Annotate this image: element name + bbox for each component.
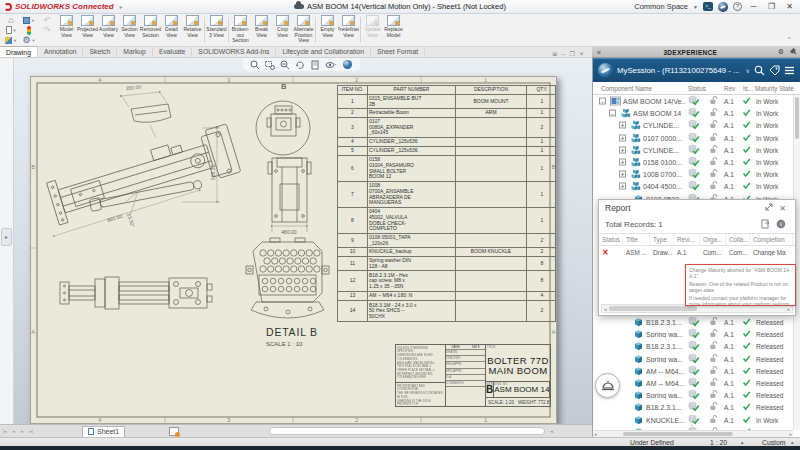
close-button[interactable]: ✕ [783,1,796,13]
tree-row-cylinde[interactable]: +CYLINDE...A.1In Work [593,144,793,156]
ribbon-button-projected-view[interactable]: Projected View [77,14,98,46]
last-sheet-icon[interactable]: ▸| [27,428,36,434]
tree-row-b18-2-3-1[interactable]: B18.2.3.1...A.1Released [593,401,793,413]
graphics-area[interactable]: 4 3 2 1 4 3 2 1 B A B A [14,58,592,424]
report-close-icon[interactable]: ✕ [776,204,789,213]
prev-sheet-icon[interactable]: ◂ [9,428,18,434]
space-selector[interactable]: Common Space [634,2,688,11]
scroll-right-icon[interactable]: ▸ [785,306,792,312]
view-settings-icon[interactable] [342,59,353,70]
session-dropdown-icon[interactable]: ∨ [746,67,750,74]
tree-row-spring-wa[interactable]: Spring wa...A.1Released [593,353,793,365]
tab-evaluate[interactable]: Evaluate [153,46,192,57]
search-icon[interactable] [754,65,765,76]
sheet-properties-icon[interactable] [310,60,320,70]
zoom-fit-icon[interactable] [250,60,260,70]
session-label[interactable]: MySession - (R1132100275649 - ... [617,66,742,75]
ribbon-button-auxiliary-view[interactable]: Auxiliary View [98,14,119,46]
new-document-button[interactable]: ▼ [6,26,17,35]
export-icon[interactable] [758,219,773,231]
ribbon-button-predefined-view[interactable]: Predefined View [338,14,359,46]
tree-row-b18-2-3-1[interactable]: B18.2.3.1...A.1Released [593,316,793,328]
tab-solidworks-add-ins[interactable]: SOLIDWORKS Add-Ins [192,46,276,57]
tree-row-spring-wa[interactable]: Spring wa...A.1Released [593,328,793,340]
feature-manager-expand-button[interactable]: ▸ [1,228,12,246]
hide-show-items-icon[interactable] [325,60,337,70]
zoom-in-out-icon[interactable] [280,60,290,70]
ribbon-button-crop-view[interactable]: Crop View [272,14,293,46]
report-row[interactable]: ✕ASM ...Draw...A.1Com...Com...Change Ma [599,246,795,259]
tab-sheet-format[interactable]: Sheet Format [371,46,425,57]
tab-drawing[interactable]: Drawing [0,46,38,57]
tree-row-cylinde[interactable]: +CYLINDE...A.1In Work [593,119,793,131]
compass-icon[interactable] [718,2,728,12]
tree-row-1008-0700[interactable]: +1008 0700...A.1In Work [593,168,793,180]
ribbon-button-alternate-position-view[interactable]: Alternate Position View [293,14,314,46]
tree-row-am-m64[interactable]: AM -- M64...A.1Released [593,377,793,389]
restore-button[interactable]: ❐ [765,1,778,13]
scroll-left-icon[interactable]: ◂ [550,428,553,434]
options-button[interactable]: ⚙▼ [22,36,35,45]
tree-row-0107-0000[interactable]: +0107 0000...A.1In Work [593,132,793,144]
tree-hscrollbar[interactable]: ◂ ▸ [593,430,793,437]
ribbon-button-empty-view[interactable]: Empty View [317,14,338,46]
doc-cascade-icon[interactable]: ⊞ [552,50,557,57]
gear-icon[interactable]: ⚙ [775,48,787,56]
chevron-down-icon[interactable]: ▼ [693,4,698,10]
tree-row-0404-4500[interactable]: +0404 4500...A.1In Work [593,180,793,192]
tree-row-asm-boom-14[interactable]: -ASM BOOM 14A.1In Work [593,107,793,119]
doc-minimize-icon[interactable]: ─ [561,51,565,57]
redo-button[interactable]: ↷ [43,26,51,35]
rebuild-button[interactable] [27,26,31,35]
expander-icon[interactable]: + [619,134,626,141]
expander-icon[interactable]: + [619,146,626,153]
scroll-left-icon[interactable]: ◂ [602,306,609,312]
tree-row-asm-boom-14-ve[interactable]: -ASM BOOM 14(Ve...A.1In Work [593,95,793,107]
panel-collapse-icon[interactable]: « [592,49,606,56]
expander-icon[interactable]: + [619,183,626,190]
tab-markup[interactable]: Markup [117,46,153,57]
rotate-view-icon[interactable] [295,60,305,70]
zoom-to-area-icon[interactable] [265,60,275,70]
next-sheet-icon[interactable]: ▸ [18,428,27,434]
add-sheet-button[interactable] [169,427,179,436]
home-button[interactable]: ⌂ [8,16,13,25]
first-sheet-icon[interactable]: |◂ [0,428,9,434]
tab-sketch[interactable]: Sketch [83,46,117,57]
drawing-sheet[interactable]: 4 3 2 1 4 3 2 1 B A B A [30,76,557,424]
graphics-hscrollbar[interactable] [269,427,545,435]
info-icon[interactable]: i [773,219,789,231]
help-icon[interactable]: ? [733,2,742,11]
ribbon-button-broken-out-section[interactable]: Broken-out Section [230,14,251,46]
appearance-button[interactable]: ▼ [5,36,17,45]
ribbon-button-removed-section[interactable]: Removed Section [140,14,161,46]
tree-row-am-m64[interactable]: AM -- M64...A.1Released [593,365,793,377]
tree-row-spring-wa[interactable]: Spring wa...A.1Released [593,389,793,401]
report-expand-icon[interactable] [762,203,776,213]
tab-annotation[interactable]: Annotation [38,46,84,57]
tree-row-0158-0100[interactable]: +0158 0100...A.1In Work [593,156,793,168]
assistant-badge[interactable] [595,373,620,398]
tree-collapse-icon[interactable]: ⌃ [689,423,694,430]
tab-lifecycle-and-collaboration[interactable]: Lifecycle and Collaboration [276,46,371,57]
ribbon-button-detail-view[interactable]: Detail View [161,14,182,46]
save-button[interactable]: ▼ [23,16,35,25]
doc-close-icon[interactable]: ✕ [579,50,584,57]
tag-icon[interactable] [769,65,780,76]
minimize-button[interactable]: ─ [747,1,760,13]
expander-icon[interactable]: + [619,171,626,178]
sheet-tab[interactable]: Sheet1 [82,426,125,437]
pin-icon[interactable] [787,48,800,57]
undo-button[interactable]: ↶ [43,16,51,25]
ribbon-button-relative-view[interactable]: Relative View [182,14,203,46]
3dexperience-compass-icon[interactable] [598,63,613,78]
ribbon-button-model-view[interactable]: Model View [56,14,77,46]
ribbon-button-section-view[interactable]: Section View [119,14,140,46]
ribbon-button-standard-3-view[interactable]: Standard 3 View [206,14,227,46]
doc-restore-icon[interactable]: ❐ [570,50,575,57]
expander-icon[interactable]: + [619,122,626,129]
ribbon-button-replace-model[interactable]: Replace Model [383,14,404,46]
terminal-icon[interactable]: >_ [703,2,713,11]
expander-icon[interactable]: + [619,159,626,166]
ribbon-collapse-icon[interactable]: ⌃ [786,36,792,44]
